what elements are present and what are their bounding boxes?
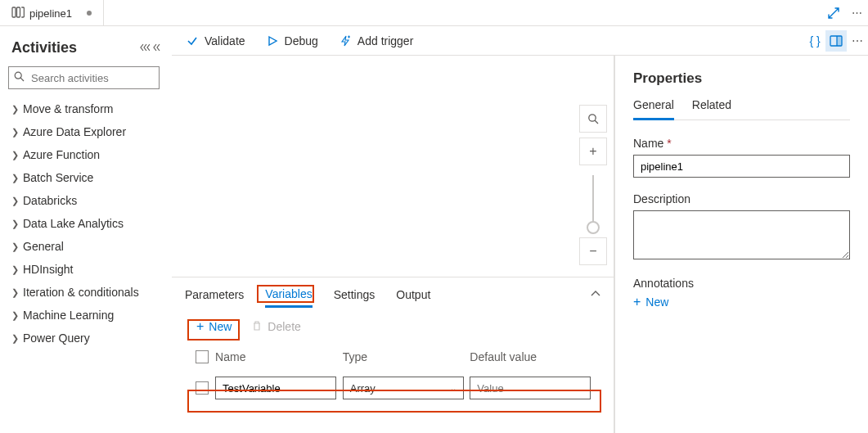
add-trigger-button[interactable]: Add trigger bbox=[340, 34, 413, 47]
properties-tab-general[interactable]: General bbox=[633, 98, 674, 120]
bottom-actions: + New Delete bbox=[172, 308, 614, 345]
variables-grid: Name Type Default value Array ⌄ bbox=[172, 345, 614, 404]
cat-azure-function[interactable]: ❯Azure Function bbox=[8, 143, 160, 166]
variables-headers: Name Type Default value bbox=[188, 345, 597, 372]
svg-rect-1 bbox=[17, 7, 20, 17]
pipeline-tab-title: pipeline1 bbox=[29, 7, 72, 20]
trash-icon bbox=[251, 320, 263, 334]
debug-button[interactable]: Debug bbox=[267, 34, 318, 47]
tab-variables[interactable]: Variables bbox=[265, 287, 312, 308]
zoom-slider[interactable] bbox=[592, 175, 594, 232]
pipeline-tab[interactable]: pipeline1 bbox=[0, 0, 104, 26]
code-view-icon[interactable]: { } bbox=[804, 30, 825, 52]
plus-icon: + bbox=[196, 319, 204, 334]
cat-move-transform[interactable]: ❯Move & transform bbox=[8, 97, 160, 120]
expand-icon[interactable] bbox=[822, 0, 845, 25]
header-default: Default value bbox=[470, 350, 597, 363]
zoom-handle[interactable] bbox=[587, 221, 600, 234]
svg-rect-0 bbox=[12, 7, 16, 17]
cat-machine-learning[interactable]: ❯Machine Learning bbox=[8, 304, 160, 327]
row-checkbox[interactable] bbox=[196, 381, 209, 395]
tab-more-icon[interactable]: ⋯ bbox=[845, 0, 868, 25]
validate-button[interactable]: Validate bbox=[187, 34, 245, 47]
name-input[interactable] bbox=[633, 155, 850, 178]
cat-data-lake-analytics[interactable]: ❯Data Lake Analytics bbox=[8, 212, 160, 235]
activities-panel: Activities ❯Move & transform ❯Azure Data… bbox=[8, 33, 160, 350]
annotations-label: Annotations bbox=[633, 277, 850, 290]
zoom-out-button[interactable]: − bbox=[579, 237, 607, 265]
properties-tabs: General Related bbox=[633, 98, 850, 120]
zoom-in-button[interactable]: + bbox=[579, 138, 607, 165]
activities-collapse-single-icon[interactable] bbox=[153, 43, 161, 54]
activities-title: Activities bbox=[11, 39, 160, 56]
header-type: Type bbox=[343, 350, 470, 363]
chevron-down-icon: ⌄ bbox=[450, 384, 456, 393]
properties-title: Properties bbox=[633, 70, 850, 87]
properties-tab-related[interactable]: Related bbox=[692, 98, 731, 120]
search-icon bbox=[14, 71, 25, 84]
svg-rect-4 bbox=[837, 36, 842, 46]
tab-parameters[interactable]: Parameters bbox=[185, 288, 244, 308]
bottom-collapse-icon[interactable] bbox=[591, 287, 600, 300]
fit-zoom-button[interactable] bbox=[579, 105, 607, 133]
checkmark-icon bbox=[187, 35, 201, 47]
variable-row: Array ⌄ bbox=[188, 372, 597, 404]
editor-tabbar: pipeline1 ⋯ bbox=[0, 0, 868, 26]
pipeline-icon bbox=[11, 7, 25, 20]
toolbar-more-icon[interactable]: ⋯ bbox=[847, 30, 868, 52]
chevron-right-icon: ❯ bbox=[11, 219, 23, 229]
select-all-checkbox[interactable] bbox=[196, 350, 209, 363]
cat-databricks[interactable]: ❯Databricks bbox=[8, 189, 160, 212]
description-label: Description bbox=[633, 192, 850, 205]
activities-search[interactable] bbox=[8, 66, 160, 89]
cat-azure-data-explorer[interactable]: ❯Azure Data Explorer bbox=[8, 120, 160, 143]
cat-iteration-conditionals[interactable]: ❯Iteration & conditionals bbox=[8, 281, 160, 304]
chevron-right-icon: ❯ bbox=[11, 104, 23, 115]
cat-batch-service[interactable]: ❯Batch Service bbox=[8, 166, 160, 189]
chevron-right-icon: ❯ bbox=[11, 173, 23, 183]
bottom-panel: Parameters Variables Settings Output + N… bbox=[172, 277, 614, 433]
cat-hdinsight[interactable]: ❯HDInsight bbox=[8, 258, 160, 281]
canvas-toolbar: Validate Debug Add trigger { } ⋯ bbox=[172, 26, 868, 56]
header-name: Name bbox=[215, 350, 343, 363]
delete-variable-button: Delete bbox=[251, 320, 300, 334]
svg-point-2 bbox=[15, 72, 21, 79]
annotations-new-button[interactable]: + New bbox=[633, 295, 850, 309]
bottom-tabs: Parameters Variables Settings Output bbox=[172, 277, 614, 308]
properties-panel: Properties General Related Name * Descri… bbox=[614, 56, 868, 433]
chevron-right-icon: ❯ bbox=[11, 127, 23, 138]
tab-settings[interactable]: Settings bbox=[334, 288, 376, 308]
name-label: Name * bbox=[633, 137, 850, 150]
chevron-right-icon: ❯ bbox=[11, 287, 23, 298]
variable-default-input[interactable] bbox=[470, 377, 591, 399]
description-input[interactable] bbox=[633, 210, 850, 259]
unsaved-indicator-icon bbox=[87, 11, 92, 16]
cat-general[interactable]: ❯General bbox=[8, 235, 160, 258]
activities-search-input[interactable] bbox=[29, 71, 170, 85]
chevron-right-icon: ❯ bbox=[11, 310, 23, 321]
chevron-right-icon: ❯ bbox=[11, 333, 23, 344]
new-variable-button[interactable]: + New bbox=[188, 316, 240, 337]
chevron-right-icon: ❯ bbox=[11, 196, 23, 206]
chevron-right-icon: ❯ bbox=[11, 150, 23, 160]
variable-name-input[interactable] bbox=[215, 377, 336, 399]
svg-point-5 bbox=[589, 115, 596, 121]
chevron-right-icon: ❯ bbox=[11, 264, 23, 275]
play-icon bbox=[267, 35, 281, 47]
activities-collapse bbox=[140, 43, 161, 54]
tab-output[interactable]: Output bbox=[396, 288, 430, 308]
chevron-right-icon: ❯ bbox=[11, 241, 23, 252]
zoom-tools: + − bbox=[579, 105, 607, 270]
pipeline-canvas[interactable]: + − bbox=[172, 56, 614, 277]
lightning-icon bbox=[340, 35, 354, 47]
activities-collapse-double-icon[interactable] bbox=[140, 43, 150, 54]
variable-type-select[interactable]: Array ⌄ bbox=[343, 377, 464, 399]
plus-icon: + bbox=[633, 295, 641, 309]
cat-power-query[interactable]: ❯Power Query bbox=[8, 327, 160, 350]
properties-toggle-icon[interactable] bbox=[825, 30, 847, 52]
